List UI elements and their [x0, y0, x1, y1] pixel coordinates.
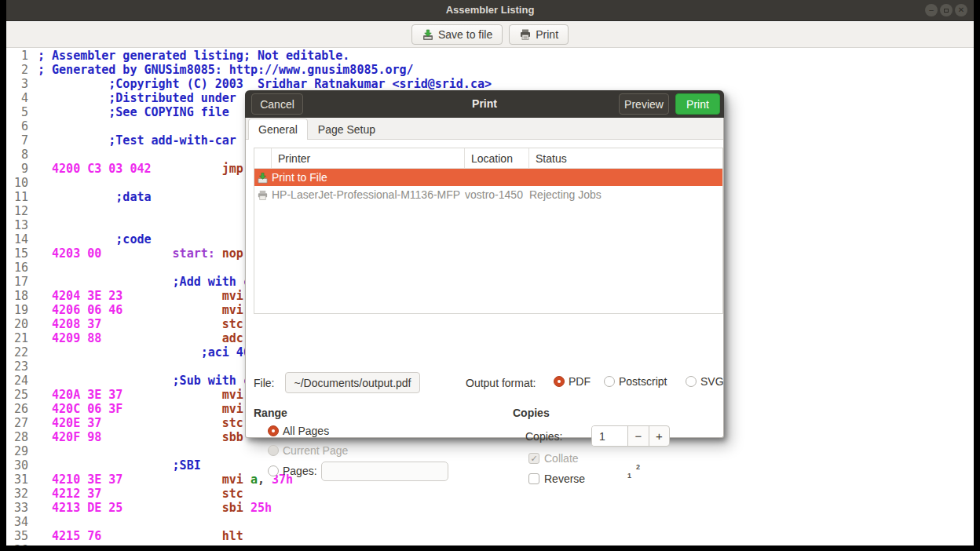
line-code: ;Sub with c	[38, 374, 250, 388]
file-chooser-button[interactable]: ~/Documents/output.pdf	[285, 372, 420, 393]
range-option-all-pages[interactable]: All Pages	[268, 425, 329, 437]
line-number: 9	[6, 162, 28, 176]
line-number: 25	[6, 388, 28, 402]
tab-page-setup[interactable]: Page Setup	[308, 119, 386, 139]
line-number: 31	[6, 473, 28, 487]
line-code: 4208 37 stc	[38, 317, 243, 331]
print-dialog-header: Cancel Print Preview Print	[245, 90, 724, 118]
screen-edge-bottom	[6, 546, 974, 551]
line-code: 420E 37 stc	[38, 416, 243, 430]
line-code: ;Distributed under	[38, 91, 236, 105]
line-code: ; Assembler generated listing; Not edita…	[38, 49, 349, 63]
range-option-label: All Pages	[283, 425, 329, 437]
printer-row[interactable]: Print to File	[254, 169, 722, 186]
listing-line: 32 4212 37 stc	[6, 487, 974, 501]
line-number: 26	[6, 402, 28, 416]
column-header-location[interactable]: Location	[464, 148, 528, 168]
printer-icon	[254, 189, 271, 201]
copies-decrement-button[interactable]: −	[627, 426, 648, 446]
line-number: 3	[6, 77, 28, 91]
maximize-icon[interactable]	[940, 4, 953, 16]
dialog-tabbar: GeneralPage Setup	[246, 118, 723, 140]
reverse-checkbox-row: Reverse	[528, 473, 585, 485]
file-row: File: ~/Documents/output.pdf Output form…	[246, 372, 723, 394]
radio-pages[interactable]	[268, 465, 279, 476]
save-to-file-button[interactable]: Save to file	[411, 24, 503, 45]
file-label: File:	[254, 377, 274, 389]
range-heading: Range	[254, 407, 287, 419]
line-number: 4	[6, 91, 28, 105]
line-number: 5	[6, 105, 28, 119]
window-titlebar: Assembler Listing – ✕	[6, 0, 974, 21]
line-number: 29	[6, 444, 28, 458]
format-label: PDF	[569, 375, 591, 388]
preview-button[interactable]: Preview	[619, 93, 669, 115]
toolbar: Save to file Print	[6, 22, 974, 48]
line-code: 4215 76 hlt	[38, 529, 243, 543]
range-option-label: Pages:	[283, 465, 317, 477]
line-code: ;code	[38, 232, 152, 246]
pages-input[interactable]	[321, 462, 448, 481]
printer-icon	[519, 28, 532, 41]
column-header-status[interactable]: Status	[528, 148, 722, 168]
listing-line: 30 ;SBI	[6, 458, 974, 473]
line-number: 18	[6, 289, 28, 303]
minimize-icon[interactable]: –	[925, 4, 938, 16]
line-number: 7	[6, 133, 28, 148]
screen-edge-left	[0, 0, 6, 551]
line-code: 4204 3E 23 mvi	[38, 289, 243, 303]
reverse-label[interactable]: Reverse	[544, 473, 585, 485]
printer-location: vostro-1450	[464, 188, 528, 201]
column-header-printer[interactable]: Printer	[271, 148, 464, 168]
line-number: 16	[6, 261, 28, 275]
line-number: 8	[6, 148, 28, 162]
printer-list: PrinterLocationStatusPrint to FileHP-Las…	[254, 148, 723, 314]
format-label: SVG	[700, 375, 724, 388]
line-code: 4210 3E 37 mvi a, 37h	[38, 473, 293, 487]
window-controls: – ✕	[925, 4, 967, 16]
format-option-postscript[interactable]: Postscript	[604, 375, 667, 388]
line-code: 4200 C3 03 042 jmp	[38, 162, 243, 176]
line-code: ;Copyright (C) 2003 Sridhar Ratnakumar <…	[38, 77, 492, 91]
copies-spinbutton: 1 − +	[591, 425, 670, 447]
collate-label: Collate	[544, 452, 579, 465]
listing-line: 2; Generated by GNUSim8085: http://www.g…	[6, 63, 974, 77]
copies-value[interactable]: 1	[592, 426, 627, 446]
dialog-body: PrinterLocationStatusPrint to FileHP-Las…	[246, 140, 723, 437]
output-format-label: Output format:	[466, 377, 536, 389]
line-number: 28	[6, 430, 28, 444]
line-code: ;data	[38, 190, 152, 204]
printer-row[interactable]: HP-LaserJet-Professional-M1136-MFPvostro…	[254, 186, 722, 203]
line-number: 17	[6, 275, 28, 289]
line-code: 4209 88 adc	[38, 331, 243, 345]
collate-checkbox: ✓	[528, 453, 539, 464]
radio-currentpage	[268, 445, 279, 456]
copies-label: Copies:	[525, 430, 562, 443]
listing-line: 1; Assembler generated listing; Not edit…	[6, 49, 974, 63]
line-number: 35	[6, 529, 28, 543]
radio-allpages[interactable]	[268, 425, 279, 436]
collate-preview-page-1: 1	[627, 472, 631, 480]
print-confirm-button[interactable]: Print	[675, 93, 720, 115]
close-icon[interactable]: ✕	[955, 4, 967, 16]
radio-svg[interactable]	[686, 376, 697, 387]
reverse-checkbox[interactable]	[528, 473, 539, 484]
copies-heading: Copies	[513, 407, 550, 419]
range-option-current-page: Current Page	[268, 444, 348, 457]
radio-postscript[interactable]	[604, 376, 615, 387]
line-code: 4213 DE 25 sbi 25h	[38, 501, 272, 515]
copies-increment-button[interactable]: +	[649, 426, 669, 446]
save-icon	[422, 28, 434, 41]
tab-general[interactable]: General	[248, 119, 308, 140]
format-option-svg[interactable]: SVG	[686, 375, 724, 388]
line-number: 34	[6, 515, 28, 529]
range-option-pages[interactable]: Pages:	[268, 465, 317, 477]
line-code: ;aci 46h	[38, 345, 258, 359]
printer-name: HP-LaserJet-Professional-M1136-MFP	[271, 188, 464, 201]
line-number: 33	[6, 501, 28, 515]
radio-pdf[interactable]	[554, 376, 565, 387]
print-button[interactable]: Print	[509, 24, 569, 45]
listing-line: 3 ;Copyright (C) 2003 Sridhar Ratnakumar…	[6, 77, 974, 91]
printer-name: Print to File	[271, 171, 464, 184]
format-option-pdf[interactable]: PDF	[554, 375, 591, 388]
